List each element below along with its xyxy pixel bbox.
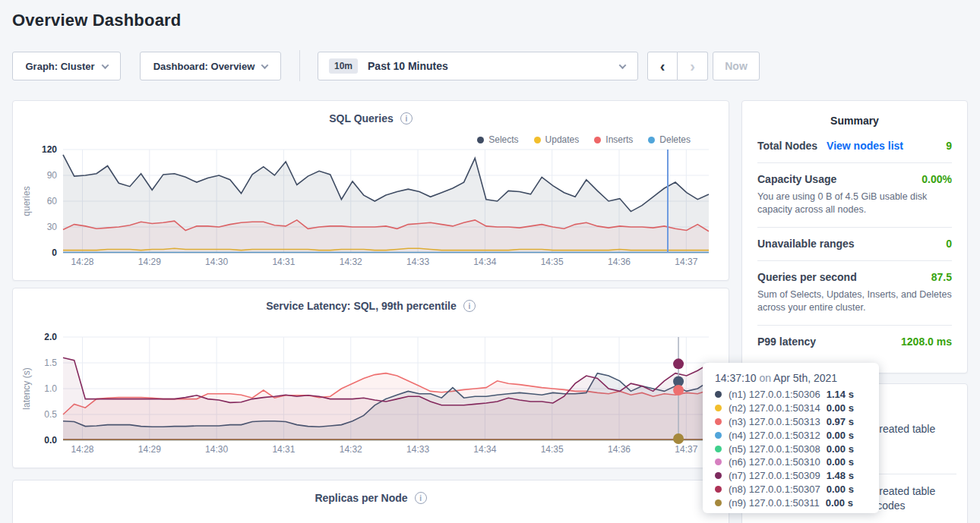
svg-text:14:34: 14:34	[473, 257, 496, 267]
summary-title: Summary	[742, 101, 967, 130]
legend-dot-icon	[594, 137, 601, 143]
chart-title: Replicas per Node	[315, 492, 407, 504]
tooltip-row: (n9) 127.0.0.1:503110.00 s	[715, 496, 868, 509]
svg-text:14:35: 14:35	[541, 444, 564, 455]
series-dot-icon	[715, 472, 722, 479]
summary-row: P99 latency1208.0 ms	[757, 326, 952, 358]
service-latency-chart-card: Service Latency: SQL, 99th percentile i …	[12, 288, 729, 468]
chart-title: SQL Queries	[329, 112, 394, 124]
tooltip-date: Apr 5th, 2021	[773, 372, 837, 384]
summary-row: Unavailable ranges0	[757, 228, 952, 261]
summary-row-label: Capacity Usage	[757, 173, 836, 185]
info-icon[interactable]: i	[463, 300, 476, 312]
svg-text:120: 120	[42, 144, 57, 155]
svg-text:30: 30	[47, 222, 58, 232]
svg-text:2.0: 2.0	[44, 332, 57, 342]
tooltip-time: 14:37:10	[715, 372, 757, 384]
time-range-dropdown[interactable]: 10m Past 10 Minutes	[318, 52, 638, 80]
tooltip-row: (n3) 127.0.0.1:503130.97 s	[715, 415, 868, 429]
now-button[interactable]: Now	[713, 52, 760, 80]
series-dot-icon	[715, 432, 722, 439]
svg-text:14:35: 14:35	[541, 257, 564, 267]
dashboard-dropdown[interactable]: Dashboard: Overview	[140, 52, 281, 80]
svg-text:14:28: 14:28	[71, 444, 93, 455]
info-icon[interactable]: i	[415, 492, 427, 504]
replicas-per-node-chart-card: Replicas per Node i	[12, 480, 729, 523]
info-icon[interactable]: i	[400, 112, 413, 124]
summary-row-label: Queries per second	[757, 271, 857, 283]
chart-hover-tooltip: 14:37:10 on Apr 5th, 2021 (n1) 127.0.0.1…	[703, 363, 879, 513]
svg-text:1.0: 1.0	[44, 383, 57, 394]
svg-text:14:32: 14:32	[340, 257, 362, 267]
summary-panel: Summary Total NodesView nodes list9Capac…	[741, 100, 968, 373]
tooltip-row: (n5) 127.0.0.1:503080.00 s	[715, 442, 868, 455]
series-dot-icon	[715, 458, 722, 465]
time-range-label: Past 10 Minutes	[368, 60, 448, 72]
summary-row-value: 0	[946, 238, 952, 250]
replicas-chart-title-row: Replicas per Node i	[13, 480, 729, 504]
svg-text:14:33: 14:33	[406, 257, 429, 267]
tooltip-row: (n6) 127.0.0.1:503100.00 s	[715, 455, 868, 469]
summary-row-value: 0.00%	[922, 173, 952, 185]
svg-text:14:34: 14:34	[473, 444, 496, 455]
svg-text:60: 60	[47, 196, 58, 206]
svg-text:queries: queries	[21, 186, 32, 216]
tooltip-row: (n1) 127.0.0.1:503061.14 s	[715, 388, 868, 402]
svg-text:latency (s): latency (s)	[21, 367, 32, 409]
graph-dropdown[interactable]: Graph: Cluster	[12, 52, 121, 80]
tooltip-header: 14:37:10 on Apr 5th, 2021	[715, 372, 868, 384]
tooltip-row: (n2) 127.0.0.1:503140.00 s	[715, 402, 868, 415]
tooltip-row: (n7) 127.0.0.1:503091.48 s	[715, 469, 868, 483]
series-dot-icon	[715, 446, 722, 452]
tooltip-row: (n8) 127.0.0.1:503070.00 s	[715, 483, 868, 496]
svg-text:14:31: 14:31	[272, 444, 295, 455]
svg-text:0.0: 0.0	[44, 435, 57, 446]
controls-divider	[299, 50, 300, 81]
summary-row: Queries per second87.5Sum of Selects, Up…	[757, 261, 952, 326]
svg-text:14:29: 14:29	[138, 257, 161, 267]
svg-text:14:37: 14:37	[675, 444, 697, 455]
dashboard-dropdown-label: Dashboard: Overview	[153, 61, 255, 72]
time-next-button[interactable]: ›	[678, 52, 708, 80]
summary-row-value: 87.5	[931, 271, 952, 283]
summary-row-label: P99 latency	[757, 336, 816, 348]
svg-text:14:36: 14:36	[608, 444, 631, 455]
view-nodes-list-link[interactable]: View nodes list	[827, 140, 903, 152]
tooltip-rows: (n1) 127.0.0.1:503061.14 s(n2) 127.0.0.1…	[715, 388, 868, 509]
summary-row-subtext: Sum of Selects, Updates, Inserts, and De…	[757, 288, 952, 314]
time-range-badge: 10m	[329, 58, 358, 74]
legend-dot-icon	[534, 137, 541, 143]
series-dot-icon	[715, 499, 722, 506]
svg-text:1.5: 1.5	[44, 358, 57, 368]
svg-text:90: 90	[47, 170, 58, 181]
tooltip-row: (n4) 127.0.0.1:503120.00 s	[715, 428, 868, 442]
tooltip-on: on	[759, 372, 771, 384]
legend-dot-icon	[648, 137, 655, 143]
sql-plot[interactable]: queries030609012014:2814:2914:3014:3114:…	[19, 143, 712, 274]
service-latency-chart-title-row: Service Latency: SQL, 99th percentile i	[13, 288, 729, 312]
series-dot-icon	[715, 418, 722, 425]
svg-text:14:32: 14:32	[340, 444, 362, 455]
series-dot-icon	[715, 391, 722, 398]
svg-text:14:37: 14:37	[675, 257, 697, 267]
graph-dropdown-label: Graph: Cluster	[25, 61, 94, 72]
svg-text:14:29: 14:29	[138, 444, 161, 455]
chevron-down-icon	[261, 61, 269, 69]
sql-queries-chart-title-row: SQL Queries i	[13, 101, 729, 124]
svg-text:0.5: 0.5	[44, 409, 57, 420]
summary-row-label: Unavailable ranges	[757, 238, 855, 250]
svg-text:14:33: 14:33	[406, 444, 429, 455]
svg-text:14:31: 14:31	[272, 257, 295, 267]
time-nav-group: ‹ ›	[647, 52, 708, 80]
summary-row-value: 9	[946, 140, 952, 152]
summary-row-subtext: You are using 0 B of 4.5 GiB usable disk…	[757, 191, 952, 216]
time-prev-button[interactable]: ‹	[647, 52, 678, 80]
chart-title: Service Latency: SQL, 99th percentile	[266, 300, 457, 312]
latency-plot[interactable]: latency (s)0.00.51.01.52.014:2814:2914:3…	[19, 331, 712, 462]
series-dot-icon	[715, 486, 722, 493]
svg-text:14:30: 14:30	[205, 257, 228, 267]
chevron-down-icon	[101, 61, 109, 69]
svg-text:14:28: 14:28	[71, 257, 93, 267]
summary-rows: Total NodesView nodes list9Capacity Usag…	[742, 130, 967, 358]
svg-text:14:30: 14:30	[205, 444, 228, 455]
